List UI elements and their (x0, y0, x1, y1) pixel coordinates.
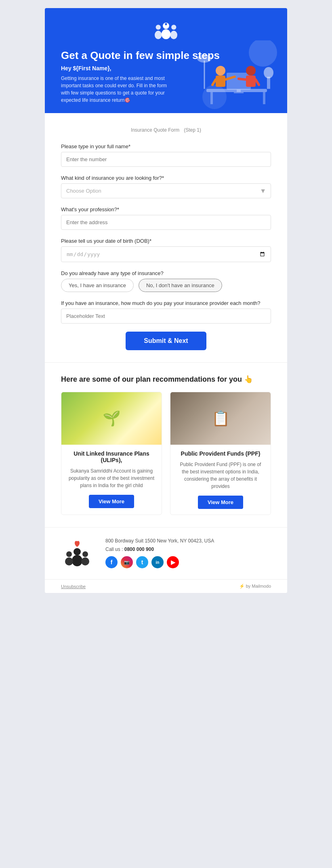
monthly-payment-group: If you have an insurance, how much do yo… (61, 300, 271, 324)
insurance-type-select-wrapper: Choose Option ▼ (61, 183, 271, 198)
form-title: Insurance Quote Form (Step 1) (61, 125, 271, 134)
youtube-icon[interactable]: ▶ (167, 556, 179, 568)
full-name-label: Please type in your full name* (61, 143, 271, 149)
instagram-icon[interactable]: 📷 (121, 556, 133, 568)
full-name-input[interactable] (61, 152, 271, 167)
footer-address: 800 Bordway Suit 1500 New York, NY 00423… (105, 537, 271, 545)
svg-rect-10 (263, 92, 265, 104)
ppf-title: Public Provident Funds (PPF) (176, 450, 265, 457)
svg-point-14 (216, 66, 225, 76)
radio-yes[interactable]: Yes, I have an insurance (61, 279, 134, 292)
header-section: Get a Quote in few simple steps Hey ${Fi… (45, 8, 287, 113)
svg-point-4 (171, 25, 176, 29)
insurance-type-group: What kind of insurance you are looking f… (61, 175, 271, 198)
svg-point-25 (197, 55, 212, 63)
mailmodo-badge: ⚡ by Mailmodo (239, 584, 271, 589)
ulip-title: Unit Linked Insurance Plans (ULIPs), (67, 450, 156, 463)
footer-info: 800 Bordway Suit 1500 New York, NY 00423… (105, 537, 271, 568)
step-label: (Step 1) (184, 127, 201, 133)
svg-point-2 (156, 25, 161, 29)
svg-rect-19 (246, 76, 256, 87)
unsubscribe-bar: Unsubscribe ⚡ by Mailmodo (45, 579, 287, 593)
submit-next-button[interactable]: Submit & Next (126, 332, 206, 350)
header-body: Getting insurance is one of the easiest … (61, 75, 174, 104)
svg-rect-22 (267, 77, 270, 89)
svg-rect-9 (210, 92, 213, 104)
form-section: Insurance Quote Form (Step 1) Please typ… (45, 113, 287, 362)
svg-rect-12 (237, 90, 241, 92)
ulip-card-body: Unit Linked Insurance Plans (ULIPs), Suk… (61, 445, 162, 514)
profession-label: What's your profession?* (61, 206, 271, 212)
dob-group: Please tell us your date of birth (DOB)* (61, 238, 271, 262)
insurance-type-select[interactable]: Choose Option (61, 183, 271, 198)
recommendations-title: Here are some of our plan recommendation… (61, 375, 271, 384)
svg-rect-15 (216, 76, 225, 87)
svg-point-29 (65, 557, 73, 565)
footer-section: 800 Bordway Suit 1500 New York, NY 00423… (45, 527, 287, 579)
svg-line-20 (239, 79, 246, 80)
insurance-type-label: What kind of insurance you are looking f… (61, 175, 271, 181)
social-icons-container: f 📷 t in ▶ (105, 556, 271, 568)
svg-point-31 (81, 557, 89, 565)
svg-point-27 (72, 555, 82, 566)
svg-point-5 (170, 31, 178, 39)
footer-phone: 0800 000 900 (124, 546, 154, 552)
unsubscribe-link[interactable]: Unsubscribe (61, 584, 86, 589)
svg-point-3 (155, 31, 162, 39)
svg-point-28 (66, 551, 72, 557)
existing-insurance-group: Do you already have any type of insuranc… (61, 270, 271, 292)
existing-insurance-label: Do you already have any type of insuranc… (61, 270, 271, 276)
twitter-icon[interactable]: t (136, 556, 148, 568)
footer-logo (61, 537, 93, 571)
ulip-desc: Sukanya Samriddhi Account is gaining pop… (67, 467, 156, 489)
svg-point-26 (74, 548, 81, 555)
rec-card-ulip: 🌱 Unit Linked Insurance Plans (ULIPs), S… (61, 392, 162, 515)
rec-card-ppf: 📋 Public Provident Funds (PPF) Public Pr… (170, 392, 271, 515)
svg-point-23 (264, 67, 273, 78)
svg-point-30 (82, 551, 88, 557)
svg-point-7 (202, 85, 227, 109)
footer-call: Call us : 0800 000 900 (105, 546, 271, 552)
recommendations-section: Here are some of our plan recommendation… (45, 362, 287, 527)
ulip-image: 🌱 (61, 392, 162, 445)
svg-line-21 (256, 80, 259, 85)
monthly-payment-input[interactable] (61, 309, 271, 324)
dob-label: Please tell us your date of birth (DOB)* (61, 238, 271, 244)
ulip-view-more-button[interactable]: View More (89, 495, 134, 508)
dob-input[interactable] (61, 246, 271, 262)
monthly-payment-label: If you have an insurance, how much do yo… (61, 300, 271, 306)
linkedin-icon[interactable]: in (151, 556, 164, 568)
ppf-image: 📋 (170, 392, 271, 445)
ppf-view-more-button[interactable]: View More (198, 496, 243, 509)
profession-input[interactable] (61, 215, 271, 230)
ppf-card-body: Public Provident Funds (PPF) Public Prov… (170, 445, 271, 515)
radio-group: Yes, I have an insurance No, I don't hav… (61, 279, 271, 292)
ppf-desc: Public Provident Fund (PPF) is one of th… (176, 461, 265, 490)
profession-group: What's your profession?* (61, 206, 271, 230)
rec-cards-container: 🌱 Unit Linked Insurance Plans (ULIPs), S… (61, 392, 271, 515)
svg-line-17 (212, 80, 216, 85)
svg-point-6 (249, 40, 277, 67)
email-wrapper: Get a Quote in few simple steps Hey ${Fi… (45, 8, 287, 593)
full-name-group: Please type in your full name* (61, 143, 271, 167)
svg-point-18 (246, 66, 256, 76)
radio-no[interactable]: No, I don't have an insurance (139, 279, 222, 292)
svg-rect-13 (234, 92, 244, 93)
facebook-icon[interactable]: f (105, 556, 118, 568)
header-illustration (190, 40, 279, 113)
svg-point-1 (162, 29, 171, 40)
